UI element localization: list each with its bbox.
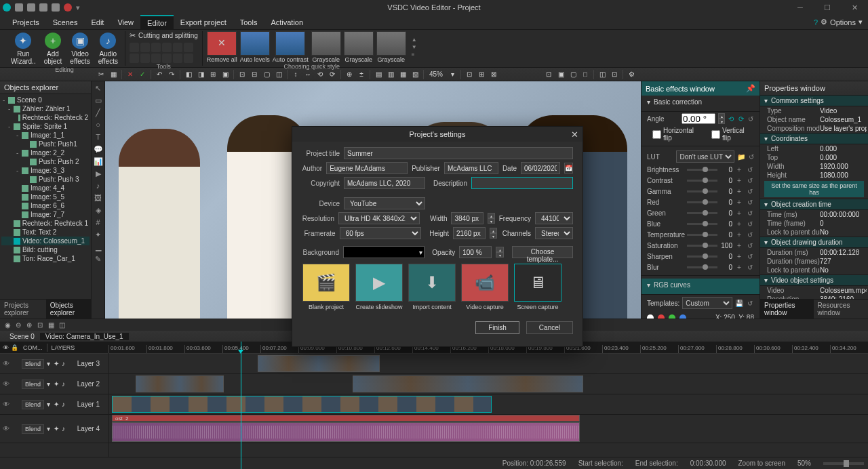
reset-icon[interactable]: ↺ (746, 263, 754, 271)
tb-gear-icon[interactable]: ⚙ (626, 69, 637, 80)
menu-editor[interactable]: Editor (140, 15, 174, 30)
rgb-dot-green[interactable] (669, 314, 675, 319)
add-point-icon[interactable]: + (735, 198, 743, 206)
tree-item[interactable]: Rechteck: Rechteck 2 (1, 113, 90, 122)
slider-blue[interactable] (687, 223, 717, 225)
audio-clip[interactable] (112, 422, 580, 442)
image-tool-icon[interactable]: 🖼 (93, 192, 104, 203)
tb-undo-icon[interactable]: ↶ (154, 69, 165, 80)
tb-icon[interactable]: ▢ (568, 69, 578, 80)
eye-icon[interactable]: 👁 (3, 380, 11, 388)
lut-select[interactable]: Don't use LUT (676, 150, 734, 163)
tb-icon[interactable]: ↔ (302, 69, 313, 80)
reset-icon[interactable]: ↺ (746, 241, 754, 249)
cut-split-button[interactable]: Cutting and splitting (138, 32, 198, 39)
style-down-icon[interactable]: ▼ (412, 44, 417, 50)
add-point-icon[interactable]: + (735, 230, 743, 239)
record-icon[interactable] (64, 3, 72, 12)
add-point-icon[interactable]: + (735, 220, 743, 228)
status-zoom[interactable]: 50% (797, 460, 811, 467)
add-point-icon[interactable]: + (735, 252, 743, 260)
copyright-input[interactable] (344, 177, 425, 189)
video-tool-icon[interactable]: ▶ (93, 168, 104, 179)
slider-red[interactable] (687, 201, 717, 203)
tb-icon[interactable]: ⟳ (327, 69, 338, 80)
reset-icon[interactable]: ↺ (746, 299, 754, 307)
style-grayscale3[interactable] (376, 31, 406, 56)
tc-icon[interactable]: ◉ (3, 321, 12, 330)
audio-icon[interactable]: ♪ (62, 425, 65, 432)
tool-icon[interactable] (184, 54, 193, 63)
menu-export[interactable]: Export project (174, 15, 233, 30)
tb-icon[interactable]: ⊠ (488, 69, 499, 80)
description-input[interactable] (471, 177, 573, 189)
free-tool-icon[interactable]: ✎ (93, 253, 104, 264)
rotate-left-icon[interactable]: ⟲ (728, 115, 734, 123)
device-select[interactable]: YouTube (344, 197, 425, 209)
tree-item[interactable]: -Image: 1_1 (1, 131, 90, 140)
date-input[interactable] (521, 162, 560, 174)
angle-input[interactable] (682, 113, 715, 124)
tb-icon[interactable]: ⊡ (543, 69, 554, 80)
text-tool-icon[interactable]: T (93, 131, 104, 142)
curves-template-select[interactable]: Custom (682, 297, 732, 309)
object-tree[interactable]: -Scene 0-Zähler: Zähler 1Rechteck: Recht… (0, 94, 91, 299)
tree-item[interactable]: Image: 4_4 (1, 184, 90, 192)
slider-green[interactable] (687, 212, 717, 214)
menu-activation[interactable]: Activation (264, 15, 310, 30)
template-slideshow[interactable]: ▶Create slideshow (355, 264, 403, 310)
audio-label[interactable]: ost_2 (112, 415, 580, 422)
template-screen-capture[interactable]: 🖥Screen capture (513, 264, 562, 310)
open-icon[interactable] (27, 3, 35, 12)
reset-icon[interactable]: ↺ (748, 152, 754, 161)
subtitle-tool-icon[interactable]: ▁ (93, 241, 104, 252)
cancel-button[interactable]: Cancel (526, 321, 573, 334)
tab-objects-explorer[interactable]: Objects explorer (46, 300, 91, 319)
ellipse-tool-icon[interactable]: ○ (93, 119, 104, 130)
props-creation[interactable]: ▾Object creation time (760, 199, 868, 210)
close-button[interactable]: ✕ (841, 0, 868, 15)
audio-icon[interactable]: ♪ (62, 380, 65, 388)
menu-view[interactable]: View (111, 15, 140, 30)
tree-item[interactable]: Video: Colosseum_1 (1, 237, 90, 245)
opacity-input[interactable] (459, 246, 492, 258)
tool-icon[interactable] (184, 43, 193, 52)
sprite-tool-icon[interactable]: ◈ (93, 205, 104, 216)
rgb-dot-red[interactable] (658, 314, 665, 319)
track[interactable]: ost_2 (108, 415, 868, 443)
audio-icon[interactable]: ♪ (62, 360, 65, 367)
audio-effects-button[interactable]: ♪Audio effects (96, 31, 121, 66)
track[interactable] (108, 394, 868, 415)
dialog-close-icon[interactable]: ✕ (571, 129, 578, 140)
tool-icon[interactable] (173, 54, 182, 63)
reset-icon[interactable]: ↺ (746, 165, 754, 174)
tb-icon[interactable]: ⊕ (344, 69, 355, 80)
clip[interactable] (136, 375, 224, 392)
tb-icon[interactable]: ↕ (290, 69, 301, 80)
template-video-capture[interactable]: 📹Video capture (460, 264, 509, 310)
tree-item[interactable]: Image: 6_6 (1, 201, 90, 210)
style-removeall[interactable]: ✕ (207, 31, 237, 56)
tb-icon[interactable]: ⊡ (237, 69, 248, 80)
tool-icon[interactable] (162, 43, 172, 52)
tree-item[interactable]: Push: Push1 (1, 140, 90, 148)
track[interactable] (108, 374, 868, 394)
tree-item[interactable]: Bild: cutting (1, 245, 90, 254)
tb-delete-icon[interactable]: ✕ (125, 69, 136, 80)
add-point-icon[interactable]: + (735, 263, 743, 271)
rgb-dot-white[interactable] (647, 314, 654, 319)
save-icon[interactable] (39, 3, 47, 12)
slider-sharpen[interactable] (687, 256, 717, 258)
tb-icon[interactable]: ▣ (555, 69, 566, 80)
fx-icon[interactable]: ✦ (54, 425, 59, 432)
props-common[interactable]: ▾Common settings (760, 95, 868, 106)
minimize-button[interactable]: ─ (787, 0, 814, 15)
blend-mode[interactable]: Blend (22, 424, 44, 434)
tree-item[interactable]: -Zähler: Zähler 1 (1, 104, 90, 113)
vflip-checkbox[interactable]: Vertical flip (711, 127, 754, 142)
fx-icon[interactable]: ✦ (54, 360, 59, 367)
tool-icon[interactable] (162, 54, 172, 63)
tree-item[interactable]: Image: 5_5 (1, 192, 90, 201)
help-icon[interactable]: ? (814, 18, 818, 26)
slider-saturation[interactable] (687, 245, 717, 247)
